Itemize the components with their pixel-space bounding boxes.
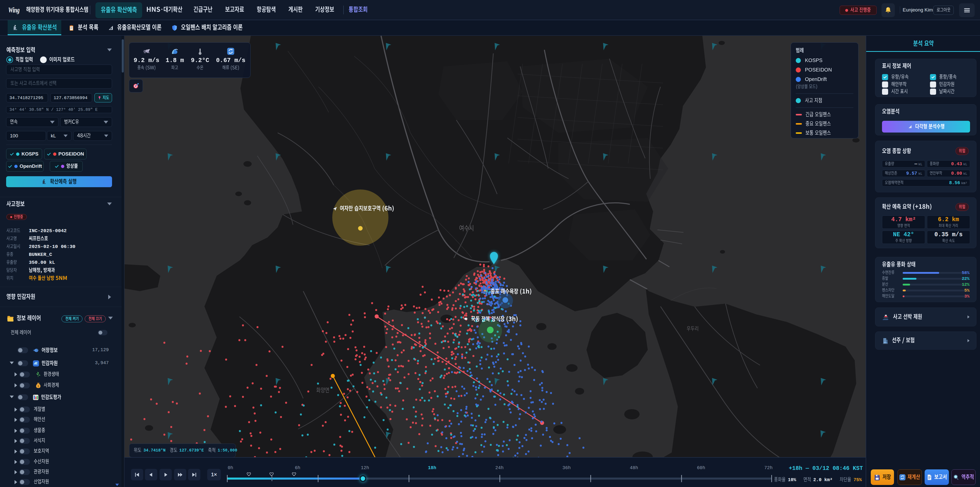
svg-text:$: $: [38, 385, 39, 388]
